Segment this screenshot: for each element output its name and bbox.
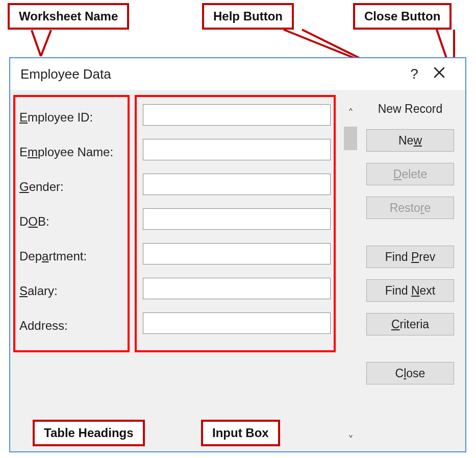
scroll-thumb[interactable] (344, 127, 357, 150)
help-button[interactable]: ? (403, 66, 425, 82)
new-button[interactable]: New (366, 129, 454, 152)
find-next-button[interactable]: Find Next (366, 279, 454, 302)
record-scrollbar[interactable]: ˄ ˅ (342, 107, 359, 447)
callout-close-button: Close Button (353, 3, 452, 30)
svg-line-0 (32, 30, 41, 56)
criteria-button[interactable]: Criteria (366, 313, 454, 335)
label-employee-id: Employee ID: (19, 106, 129, 141)
input-employee-name[interactable] (143, 139, 331, 160)
scroll-down-icon[interactable]: ˅ (345, 434, 356, 447)
callout-worksheet-name: Worksheet Name (8, 3, 129, 30)
label-gender: Gender: (19, 176, 129, 210)
buttons-column: New Record New Delete Restore Find Prev … (366, 102, 454, 396)
delete-button: Delete (366, 163, 454, 185)
input-dob[interactable] (143, 208, 331, 230)
record-status: New Record (366, 102, 454, 116)
label-employee-name: Employee Name: (19, 141, 129, 176)
input-department[interactable] (143, 243, 331, 264)
scroll-up-icon[interactable]: ˄ (345, 107, 356, 120)
close-button[interactable]: Close (366, 362, 454, 384)
svg-line-1 (41, 30, 51, 56)
label-address: Address: (19, 315, 129, 349)
input-gender[interactable] (143, 174, 331, 195)
dialog-body: Employee ID: Employee Name: Gender: DOB:… (10, 90, 465, 451)
input-address[interactable] (143, 312, 331, 334)
field-labels-column: Employee ID: Employee Name: Gender: DOB:… (15, 97, 132, 351)
label-department: Department: (19, 245, 129, 280)
input-salary[interactable] (143, 278, 331, 299)
find-prev-button[interactable]: Find Prev (366, 246, 454, 268)
field-inputs-column (137, 97, 338, 351)
dialog-title: Employee Data (20, 66, 403, 82)
input-employee-id[interactable] (143, 104, 331, 126)
callout-table-headings: Table Headings (33, 420, 145, 446)
data-form-dialog: Employee Data ? Employee ID: Employee Na… (9, 57, 466, 452)
titlebar: Employee Data ? (10, 58, 465, 90)
close-icon[interactable] (425, 66, 453, 83)
label-dob: DOB: (19, 210, 129, 245)
callout-help-button: Help Button (202, 3, 294, 30)
restore-button: Restore (366, 197, 454, 219)
callout-input-box: Input Box (201, 420, 280, 446)
label-salary: Salary: (19, 280, 129, 315)
